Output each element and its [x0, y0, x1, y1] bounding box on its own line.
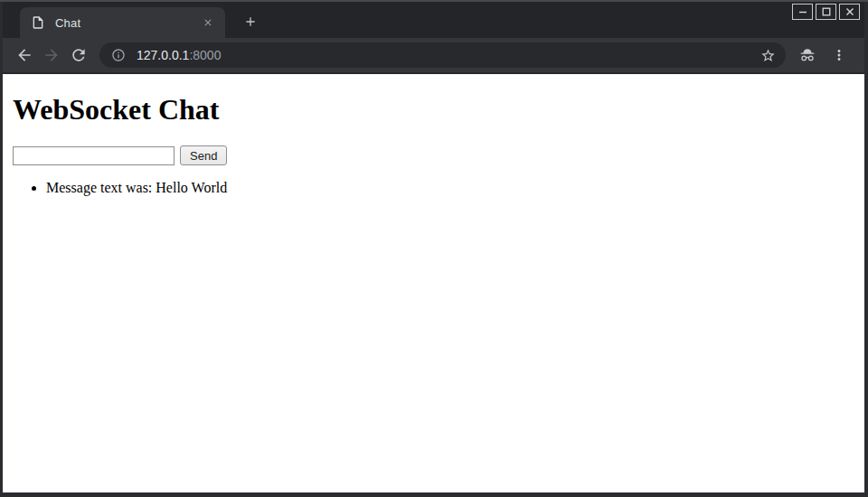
- bookmark-star-icon[interactable]: [757, 44, 778, 66]
- page-title: WebSocket Chat: [13, 93, 857, 127]
- minimize-icon: [798, 7, 807, 16]
- tab-strip: Chat: [3, 2, 864, 38]
- message-list: Message text was: Hello World: [10, 180, 857, 196]
- browser-menu-button[interactable]: [826, 42, 852, 68]
- reload-icon: [70, 46, 88, 64]
- window-close-button[interactable]: [839, 4, 860, 20]
- tab-title: Chat: [55, 16, 200, 30]
- window-maximize-button[interactable]: [816, 4, 836, 20]
- page-content: WebSocket Chat Send Message text was: He…: [3, 74, 864, 492]
- chat-form: Send: [13, 145, 857, 165]
- browser-tab-chat[interactable]: Chat: [20, 7, 225, 38]
- incognito-icon: [794, 42, 821, 69]
- document-icon: [31, 15, 45, 30]
- new-tab-button[interactable]: [239, 10, 262, 33]
- address-bar[interactable]: 127.0.0.1:8000: [99, 42, 786, 68]
- tab-close-icon[interactable]: [200, 14, 216, 31]
- back-button[interactable]: [11, 42, 38, 69]
- url-port: :8000: [189, 48, 221, 62]
- url-text[interactable]: 127.0.0.1:8000: [137, 48, 221, 62]
- message-input[interactable]: [13, 146, 175, 165]
- maximize-icon: [822, 7, 831, 16]
- arrow-left-icon: [15, 46, 33, 64]
- send-button[interactable]: Send: [180, 145, 227, 165]
- list-item: Message text was: Hello World: [46, 180, 857, 196]
- close-icon: [845, 7, 854, 16]
- more-vert-icon: [831, 47, 847, 63]
- info-icon[interactable]: [111, 48, 126, 62]
- arrow-right-icon: [42, 46, 61, 64]
- reload-button[interactable]: [65, 42, 92, 69]
- url-host: 127.0.0.1: [137, 48, 189, 62]
- window-minimize-button[interactable]: [792, 4, 813, 20]
- forward-button: [38, 42, 65, 69]
- window-controls: [792, 4, 860, 20]
- browser-window: Chat: [3, 2, 864, 492]
- browser-toolbar: 127.0.0.1:8000: [3, 38, 864, 74]
- plus-icon: [243, 14, 258, 29]
